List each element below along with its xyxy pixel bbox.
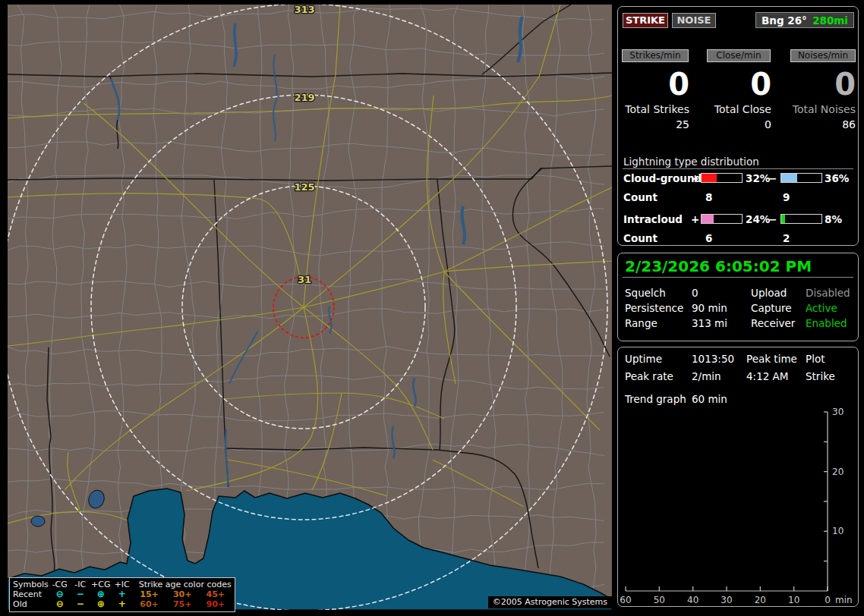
ic-minus-count: 2 <box>783 232 790 244</box>
trend-x-tick-60: 60 <box>620 595 631 605</box>
range-ring-label-125: 125 <box>294 181 314 193</box>
close-per-min-label: Close/min <box>707 49 771 62</box>
legend-age-header: Strike age color codes <box>133 580 232 589</box>
range-ring-label-219: 219 <box>294 92 314 103</box>
total-close-label: Total Close <box>703 103 771 115</box>
legend-table: Symbols -CG -IC +CG +IC Strike age color… <box>12 580 232 609</box>
copyright-notice: ©2005 Astrogenic Systems <box>488 596 612 608</box>
total-strikes-value: 25 <box>621 118 689 130</box>
age-75: 75+ <box>166 599 199 609</box>
range-value: 313 mi <box>692 317 748 328</box>
ic-minus-pct: 8% <box>825 213 842 225</box>
age-90: 90+ <box>199 599 232 609</box>
app-window: 31321912531 Symbols -CG -IC +CG +IC Stri… <box>0 0 864 616</box>
legend-symbols-header: Symbols <box>12 580 49 589</box>
total-strikes-label: Total Strikes <box>621 103 689 115</box>
trend-x-tick-30: 30 <box>721 595 732 605</box>
trend-panel: Uptime 1013:50 Peak time Plot Peak rate … <box>617 347 859 607</box>
strikes-per-min-label: Strikes/min <box>622 49 689 62</box>
trend-graph-chart: 1020306050403020100min <box>619 407 859 605</box>
strikes-per-min-value: 0 <box>621 69 689 99</box>
clock-display: 2/23/2026 6:05:02 PM <box>625 257 812 275</box>
plot-mode-value: Strike <box>806 370 856 382</box>
cg-minus-pct: 36% <box>825 172 849 184</box>
total-noises-value: 86 <box>788 118 856 130</box>
total-noises-label: Total Noises <box>788 103 856 115</box>
distribution-divider <box>623 168 853 169</box>
legend-old-row: Old ⊖ − ⊕ + 60+ 75+ 90+ <box>12 599 232 609</box>
lightning-map: 31321912531 Symbols -CG -IC +CG +IC Stri… <box>8 5 612 610</box>
plus-sign: + <box>691 213 698 225</box>
map-legend: Symbols -CG -IC +CG +IC Strike age color… <box>9 577 235 612</box>
noises-per-min-value: 0 <box>788 69 856 99</box>
uptime-label: Uptime <box>625 353 690 364</box>
strike-panel: STRIKE NOISE Bng 26° 280mi Strikes/min 0… <box>617 6 859 246</box>
ic-plus-pct: 24% <box>746 213 770 225</box>
age-15: 15+ <box>133 589 166 599</box>
trend-graph-label: Trend graph <box>625 393 693 404</box>
strike-tab-button[interactable]: STRIKE <box>623 13 668 28</box>
intracloud-label: Intracloud <box>623 213 683 225</box>
squelch-label: Squelch <box>625 287 690 298</box>
age-30: 30+ <box>166 589 199 599</box>
cloud-ground-label: Cloud-ground <box>623 172 702 184</box>
capture-label: Capture <box>751 302 804 313</box>
ic-minus-bar-fill <box>781 215 785 223</box>
peak-time-value: 4:12 AM <box>746 370 804 382</box>
ic-minus-bar <box>780 214 822 224</box>
svg-text:min: min <box>835 595 853 605</box>
capture-status: Active <box>806 302 856 313</box>
cg-count-label: Count <box>623 191 657 203</box>
range-ring-label-31: 31 <box>298 274 311 285</box>
age-45: 45+ <box>199 589 232 599</box>
noises-per-min-label: Noises/min <box>790 49 856 62</box>
cg-plus-count: 8 <box>705 191 712 203</box>
svg-text:20: 20 <box>832 467 844 477</box>
svg-text:10: 10 <box>832 526 844 536</box>
pos-cg-old-icon: ⊕ <box>90 599 112 609</box>
status-panel: 2/23/2026 6:05:02 PM Squelch 0 Upload Di… <box>617 253 859 341</box>
distribution-title: Lightning type distribution <box>623 156 759 168</box>
range-ring-label-313: 313 <box>294 5 314 15</box>
cg-minus-bar-fill <box>781 174 797 182</box>
upload-label: Upload <box>751 287 804 298</box>
cg-plus-pct: 32% <box>746 172 770 184</box>
minus-sign: − <box>768 213 776 225</box>
noise-tab-button[interactable]: NOISE <box>672 13 716 28</box>
trend-x-tick-10: 10 <box>788 595 799 605</box>
clock-divider <box>623 277 853 278</box>
legend-recent-label: Recent <box>12 589 49 599</box>
trend-x-tick-20: 20 <box>755 595 766 605</box>
cg-minus-count: 9 <box>783 191 790 203</box>
trend-x-tick-40: 40 <box>687 595 698 605</box>
cg-minus-bar <box>780 173 822 183</box>
age-60: 60+ <box>133 599 166 609</box>
ic-plus-bar-fill <box>702 215 714 223</box>
cg-plus-bar <box>701 173 743 183</box>
trend-window-value: 60 min <box>692 393 748 404</box>
receiver-label: Receiver <box>751 317 804 328</box>
ic-plus-bar <box>701 214 743 224</box>
squelch-value: 0 <box>692 287 748 298</box>
total-close-value: 0 <box>703 118 771 130</box>
bearing-value: Bng 26° <box>762 14 807 27</box>
bearing-range-badge: Bng 26° 280mi <box>755 12 854 28</box>
neg-cg-old-icon: ⊖ <box>49 599 71 609</box>
peak-rate-value: 2/min <box>692 370 748 382</box>
ic-count-label: Count <box>623 232 657 244</box>
trend-x-tick-0: 0 <box>825 595 831 605</box>
range-label: Range <box>625 317 690 328</box>
plus-sign: + <box>691 172 698 184</box>
upload-status: Disabled <box>806 287 856 298</box>
neg-ic-old-icon: − <box>71 599 90 609</box>
svg-text:30: 30 <box>832 407 844 417</box>
ic-plus-count: 6 <box>705 232 712 244</box>
receiver-status: Enabled <box>806 317 856 328</box>
range-value: 280mi <box>812 14 848 27</box>
pos-ic-old-icon: + <box>112 599 133 609</box>
trend-x-tick-50: 50 <box>654 595 665 605</box>
peak-rate-label: Peak rate <box>625 370 690 382</box>
cg-plus-bar-fill <box>702 174 717 182</box>
legend-old-label: Old <box>12 599 49 609</box>
uptime-value: 1013:50 <box>692 353 748 364</box>
